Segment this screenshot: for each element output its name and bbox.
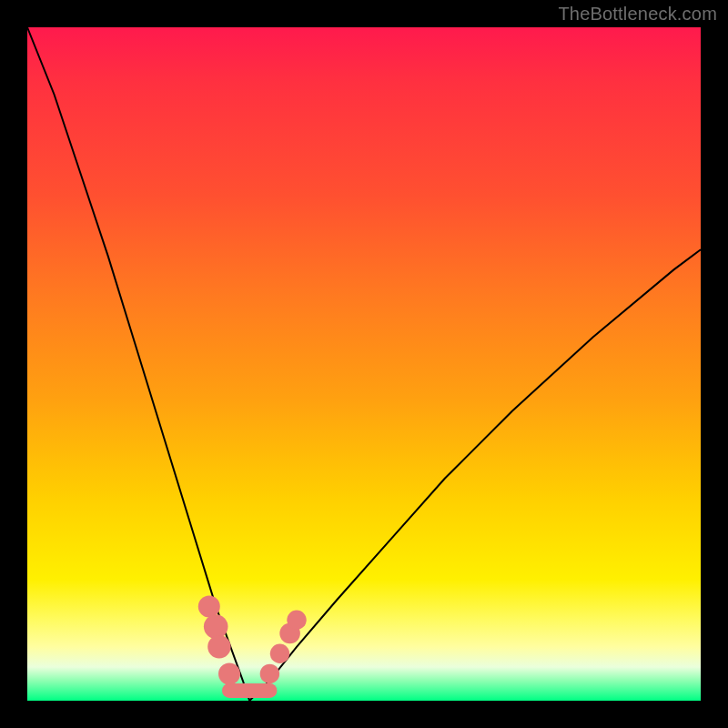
marker-dot-0: [198, 595, 220, 617]
marker-dot-7: [287, 611, 306, 630]
marker-dot-2: [207, 635, 230, 658]
marker-dot-5: [270, 644, 289, 663]
plot-area: [27, 27, 701, 701]
chart-stage: TheBottleneck.com: [0, 0, 728, 728]
marker-dot-3: [218, 662, 240, 684]
curve-overlay: [27, 27, 701, 701]
marker-dot-4: [260, 664, 279, 683]
marker-group: [198, 595, 307, 684]
watermark-text: TheBottleneck.com: [558, 4, 717, 25]
marker-dot-1: [204, 614, 228, 639]
right-arm-curve: [249, 249, 701, 701]
